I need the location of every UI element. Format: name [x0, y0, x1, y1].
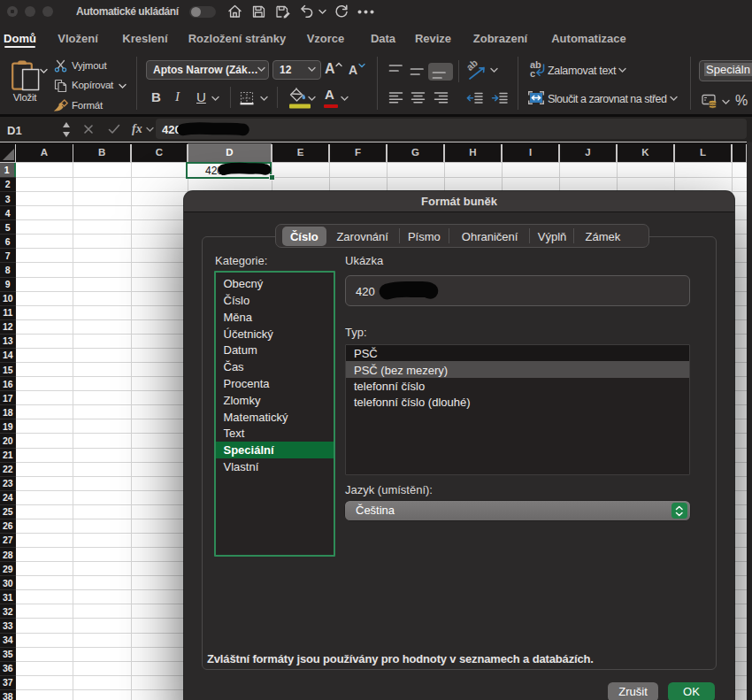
svg-text:ab: ab	[464, 57, 480, 73]
